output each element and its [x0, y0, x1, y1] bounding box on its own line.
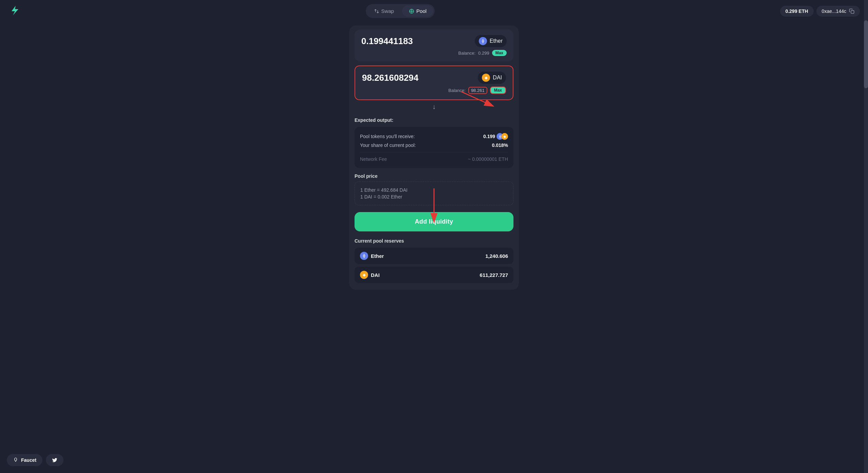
faucet-button[interactable]: Faucet	[7, 454, 42, 466]
pool-price-section: Pool price 1 Ether = 492.684 DAI 1 DAI =…	[349, 172, 519, 209]
pool-reserves-section: Current pool reserves ⟠ Ether 1,240.606 …	[349, 234, 519, 290]
dai-reserve-token: ◈ DAI	[360, 271, 380, 279]
dai-balance-label: Balance:	[448, 88, 466, 93]
ether-max-button[interactable]: Max	[492, 50, 507, 56]
dai-token-selector[interactable]: ◈ DAI	[478, 72, 506, 84]
eth-balance: 0.299 ETH	[780, 6, 814, 17]
network-fee-label: Network Fee	[360, 156, 387, 162]
swap-arrow: ↓	[349, 100, 519, 113]
ether-reserve-amount: 1,240.606	[485, 253, 508, 259]
pool-price-title: Pool price	[355, 173, 513, 179]
network-fee-row: Network Fee ~ 0.00000001 ETH	[360, 155, 508, 163]
ether-to-dai-rate: 1 Ether = 492.684 DAI	[360, 187, 508, 193]
pool-tokens-row: Pool tokens you'll receive: 0.199 ⟠ ◈	[360, 132, 508, 141]
ether-reserve-icon: ⟠	[360, 252, 368, 260]
scrollbar[interactable]	[864, 0, 868, 473]
pool-label: Pool	[416, 8, 427, 14]
faucet-label: Faucet	[21, 457, 36, 463]
ether-reserve-row: ⟠ Ether 1,240.606	[355, 248, 513, 264]
dai-balance-value: 98.261	[468, 87, 487, 94]
ether-token-selector[interactable]: ⟠ Ether	[475, 35, 507, 47]
dai-input-section: 98.261608294 ◈ DAI Balance: 98.261 Max	[355, 65, 513, 100]
dai-token-label: DAI	[493, 75, 502, 81]
pool-tokens-label: Pool tokens you'll receive:	[360, 134, 415, 139]
wallet-info: 0.299 ETH 0xae...144c	[780, 6, 860, 17]
dai-to-ether-rate: 1 DAI = 0.002 Ether	[360, 193, 508, 200]
page-content: 0.199441183 ⟠ Ether Balance: 0.299 Max 9…	[0, 22, 868, 303]
pool-tokens-value: 0.199 ⟠ ◈	[483, 133, 508, 140]
dai-reserve-icon: ◈	[360, 271, 368, 279]
wallet-address[interactable]: 0xae...144c	[816, 6, 860, 17]
wallet-addr-text: 0xae...144c	[822, 8, 846, 14]
ether-amount-input[interactable]: 0.199441183	[361, 36, 449, 46]
pool-share-row: Your share of current pool: 0.018%	[360, 141, 508, 149]
expected-output-section: Expected output: Pool tokens you'll rece…	[349, 113, 519, 172]
nav-tabs: Swap Pool	[366, 4, 435, 18]
network-fee-value: ~ 0.00000001 ETH	[468, 156, 508, 162]
dai-input-wrapper: 98.261608294 ◈ DAI Balance: 98.261 Max	[355, 65, 513, 100]
dai-amount-input[interactable]: 98.261608294	[362, 73, 448, 83]
ether-balance-value: 0.299	[478, 51, 489, 56]
pool-tab[interactable]: Pool	[402, 5, 433, 17]
ether-reserve-token: ⟠ Ether	[360, 252, 384, 260]
dai-reserve-row: ◈ DAI 611,227.727	[355, 267, 513, 283]
pool-share-value: 0.018%	[492, 143, 508, 148]
divider	[360, 152, 508, 152]
ether-reserve-label: Ether	[371, 253, 384, 259]
ether-input-section: 0.199441183 ⟠ Ether Balance: 0.299 Max	[355, 30, 513, 61]
output-info-box: Pool tokens you'll receive: 0.199 ⟠ ◈ Yo…	[355, 127, 513, 168]
dai-reserve-amount: 611,227.727	[480, 272, 508, 278]
pool-price-box: 1 Ether = 492.684 DAI 1 DAI = 0.002 Ethe…	[355, 182, 513, 205]
eth-icon: ⟠	[479, 37, 487, 45]
top-navigation: Swap Pool 0.299 ETH 0xae...144c	[0, 0, 868, 22]
add-liquidity-button[interactable]: Add liquidity	[355, 212, 513, 231]
scrollbar-thumb[interactable]	[864, 20, 868, 88]
pool-share-label: Your share of current pool:	[360, 143, 416, 148]
liquidity-card: 0.199441183 ⟠ Ether Balance: 0.299 Max 9…	[349, 25, 519, 290]
footer-buttons: Faucet	[7, 454, 64, 466]
pool-reserves-title: Current pool reserves	[355, 238, 513, 244]
expected-output-title: Expected output:	[355, 117, 513, 123]
dai-max-button[interactable]: Max	[490, 87, 506, 94]
dai-reserve-label: DAI	[371, 272, 380, 278]
ether-token-label: Ether	[490, 38, 503, 44]
dai-icon: ◈	[482, 74, 490, 82]
swap-label: Swap	[381, 8, 394, 14]
swap-tab[interactable]: Swap	[367, 5, 401, 17]
ether-balance-label: Balance:	[458, 51, 476, 56]
pool-dai-icon: ◈	[501, 133, 508, 140]
svg-rect-1	[851, 11, 854, 14]
twitter-button[interactable]	[46, 454, 64, 466]
logo	[8, 4, 20, 18]
